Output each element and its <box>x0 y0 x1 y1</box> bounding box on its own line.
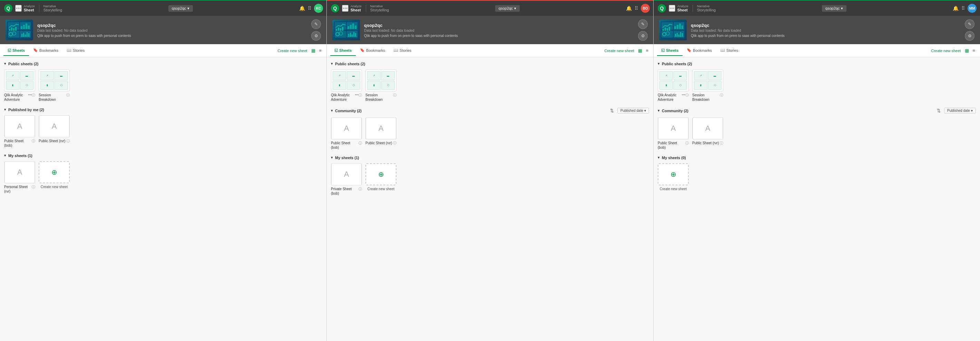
notifications-button[interactable]: 🔔 <box>953 6 959 11</box>
tenant-selector[interactable]: qsop2qc▾ <box>169 5 193 12</box>
section-toggle-button[interactable]: ▾ <box>331 61 333 66</box>
user-avatar[interactable]: BO <box>641 4 650 13</box>
sheet-info-button[interactable]: ⓘ <box>720 93 723 98</box>
notifications-button[interactable]: 🔔 <box>299 6 305 11</box>
section-toggle-button[interactable]: ▾ <box>4 107 6 112</box>
header-more-button[interactable]: ••• <box>669 5 675 12</box>
sheet-thumbnail: ↗▬▮⬡ <box>692 69 723 91</box>
sheet-card[interactable]: APublic Sheet (bob)ⓘ <box>658 117 689 150</box>
section-toggle-button[interactable]: ▾ <box>331 155 333 160</box>
header-more-button[interactable]: ••• <box>342 5 348 12</box>
sheet-more-button[interactable]: ••• <box>28 93 32 97</box>
app-status: Data last loaded: No data loaded <box>364 29 634 32</box>
sheet-card[interactable]: APublic Sheet (rvr)ⓘ <box>39 115 70 148</box>
grid-view-button[interactable]: ▦ <box>963 47 970 54</box>
sheet-card[interactable]: ↗▬▮⬡Session Breakdownⓘ <box>39 69 70 102</box>
sheet-card[interactable]: APublic Sheet (rvr)ⓘ <box>692 117 723 150</box>
grid-view-button[interactable]: ▦ <box>636 47 644 54</box>
create-new-sheet-button[interactable]: Create new sheet <box>604 49 634 53</box>
edit-app-button[interactable]: ✎ <box>965 19 974 29</box>
section-toggle-button[interactable]: ▾ <box>658 61 660 66</box>
user-avatar[interactable]: KC <box>314 4 323 13</box>
sheet-info-button[interactable]: ⓘ <box>720 141 723 146</box>
sheets-icon: ◱ <box>334 48 338 53</box>
sheet-info-button[interactable]: ⓘ <box>66 139 70 143</box>
tab-bookmarks[interactable]: 🔖Bookmarks <box>682 45 716 56</box>
sheet-card[interactable]: APrivate Sheet (bob)ⓘ <box>331 163 362 196</box>
sheet-info-button[interactable]: ⓘ <box>358 141 362 146</box>
sort-list-button[interactable]: ⇅ <box>609 107 615 114</box>
tab-bookmarks[interactable]: 🔖Bookmarks <box>356 45 389 56</box>
svg-rect-41 <box>348 34 349 37</box>
edit-app-button[interactable]: ✎ <box>311 19 321 29</box>
sheet-card[interactable]: APublic Sheet (bob)ⓘ <box>331 117 362 150</box>
sheet-info-button[interactable]: ⓘ <box>32 185 35 190</box>
tab-bookmarks[interactable]: 🔖Bookmarks <box>29 45 62 56</box>
sheet-card[interactable]: APersonal Sheet (rvr)ⓘ <box>4 161 35 194</box>
sheet-card[interactable]: ↗▬▮⬡Session Breakdownⓘ <box>692 69 723 102</box>
section-public: ▾Public sheets (2)↗▬▮⬡Qlik Analytic Adve… <box>331 61 649 102</box>
sheet-card[interactable]: ↗▬▮⬡Qlik Analytic Adventure•••ⓘ <box>4 69 35 102</box>
section-toggle-button[interactable]: ▾ <box>4 61 6 66</box>
sheet-more-button[interactable]: ••• <box>681 93 685 97</box>
tab-stories[interactable]: 📖Stories <box>716 45 742 56</box>
section-toggle-button[interactable]: ▾ <box>658 155 660 160</box>
sheet-info-button[interactable]: ⓘ <box>358 93 362 98</box>
sheet-info-button[interactable]: ⓘ <box>32 139 35 143</box>
section-toggle-button[interactable]: ▾ <box>331 108 333 113</box>
sort-label: Published date <box>620 109 643 113</box>
sheet-info-button[interactable]: ⓘ <box>393 141 396 146</box>
app-settings-button[interactable]: ⚙ <box>638 31 648 41</box>
tab-stories[interactable]: 📖Stories <box>62 45 89 56</box>
app-settings-button[interactable]: ⚙ <box>965 31 974 41</box>
header-more-button[interactable]: ••• <box>15 5 22 12</box>
sheet-card[interactable]: ↗▬▮⬡Session Breakdownⓘ <box>366 69 396 102</box>
sheet-info-button[interactable]: ⓘ <box>685 141 689 146</box>
user-avatar[interactable]: MM <box>967 4 977 13</box>
tab-stories[interactable]: 📖Stories <box>389 45 415 56</box>
tab-sheets-label: Sheets <box>666 48 678 53</box>
apps-grid-button[interactable]: ⠿ <box>308 6 311 11</box>
sheet-card[interactable]: APublic Sheet (bob)ⓘ <box>4 115 35 148</box>
sheet-card[interactable]: ↗▬▮⬡Qlik Analytic Adventure•••ⓘ <box>658 69 689 102</box>
section-toggle-button[interactable]: ▾ <box>4 153 6 158</box>
sheet-grid: APublic Sheet (bob)ⓘAPublic Sheet (rvr)ⓘ <box>658 117 976 150</box>
edit-app-button[interactable]: ✎ <box>638 19 648 29</box>
sheet-card[interactable]: APublic Sheet (rvr)ⓘ <box>366 117 396 150</box>
sheet-info-button[interactable]: ⓘ <box>66 93 70 98</box>
section-header: ▾Public sheets (2) <box>331 61 649 66</box>
tab-sheets[interactable]: ◱Sheets <box>657 45 682 56</box>
sort-dropdown-button[interactable]: Published date ▾ <box>944 108 976 113</box>
sheet-info-button[interactable]: ⓘ <box>685 93 689 98</box>
sheet-info-button[interactable]: ⓘ <box>32 93 35 98</box>
tenant-selector[interactable]: qsop2qc▾ <box>495 5 520 12</box>
tenant-selector[interactable]: qsop2qc▾ <box>822 5 847 12</box>
sort-list-button[interactable]: ⇅ <box>935 107 942 114</box>
section-header: ▾Published by me (2) <box>4 107 322 112</box>
apps-grid-button[interactable]: ⠿ <box>961 6 965 11</box>
section-toggle-button[interactable]: ▾ <box>658 108 660 113</box>
grid-view-button[interactable]: ▦ <box>310 47 317 54</box>
sheet-grid: ↗▬▮⬡Qlik Analytic Adventure•••ⓘ↗▬▮⬡Sessi… <box>331 69 649 102</box>
svg-rect-19 <box>23 33 24 37</box>
sheet-info-button[interactable]: ⓘ <box>393 93 396 98</box>
create-sheet-card[interactable]: ⊕Create new sheet <box>366 163 396 196</box>
tab-sheets[interactable]: ◱Sheets <box>330 45 356 56</box>
create-sheet-card[interactable]: ⊕Create new sheet <box>39 161 70 194</box>
create-new-sheet-button[interactable]: Create new sheet <box>277 49 307 53</box>
create-sheet-card[interactable]: ⊕Create new sheet <box>658 163 689 191</box>
list-view-button[interactable]: ≡ <box>971 47 977 54</box>
apps-grid-button[interactable]: ⠿ <box>635 6 638 11</box>
create-new-sheet-button[interactable]: Create new sheet <box>931 49 961 53</box>
analyze-label: Analyze <box>351 5 362 8</box>
content-area: ▾Public sheets (2)↗▬▮⬡Qlik Analytic Adve… <box>327 57 653 341</box>
list-view-button[interactable]: ≡ <box>644 47 650 54</box>
list-view-button[interactable]: ≡ <box>317 47 323 54</box>
sheet-card[interactable]: ↗▬▮⬡Qlik Analytic Adventure•••ⓘ <box>331 69 362 102</box>
notifications-button[interactable]: 🔔 <box>626 6 632 11</box>
sort-dropdown-button[interactable]: Published date ▾ <box>617 108 649 113</box>
app-settings-button[interactable]: ⚙ <box>311 31 321 41</box>
tab-sheets[interactable]: ◱Sheets <box>3 45 29 56</box>
sheet-more-button[interactable]: ••• <box>355 93 358 97</box>
sheet-info-button[interactable]: ⓘ <box>358 187 362 191</box>
